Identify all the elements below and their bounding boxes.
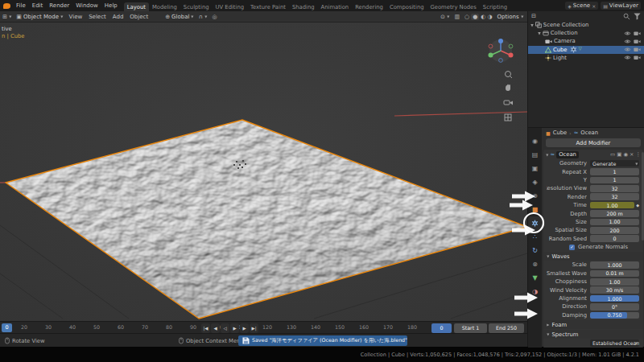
modifiers-tab[interactable] [528,216,542,230]
established-ocean-sharp-peaks--dropdown[interactable]: Established Ocean (Sharp Peaks)▼ [590,339,639,347]
add-modifier-button[interactable]: Add Modifier [546,138,641,147]
viewport-3d[interactable]: tive n | Cube [0,23,527,321]
checkbox-checked[interactable]: ✓ [569,245,575,250]
previous-keyframe-button[interactable]: ◀ [211,323,220,333]
workspace-tab-texture-paint[interactable]: Texture Paint [247,2,289,11]
workspace-tab-geometry-nodes[interactable]: Geometry Nodes [427,2,480,11]
time-field[interactable]: 1.00 [590,202,634,209]
outliner-row-camera[interactable]: Camera [528,37,644,45]
smallest-wave-field[interactable]: 0.01 m [590,270,639,278]
current-frame-field[interactable]: 0 [431,323,452,333]
snap-toggle[interactable]: ∩ ▼ [196,14,210,20]
filter-funnel-icon[interactable] [634,13,641,20]
workspace-tab-scripting[interactable]: Scripting [480,2,510,11]
xray-toggle[interactable]: ▥ [452,14,462,20]
object-tab[interactable]: ■ [528,203,542,216]
close-icon[interactable]: × [630,151,634,158]
workspace-tab-shading[interactable]: Shading [289,2,318,11]
disable-render-icon[interactable] [634,31,641,36]
menu-file[interactable]: File [13,2,29,9]
filter-funnel-icon[interactable] [634,13,641,20]
realtime-toggle-icon[interactable]: ▣ [617,151,621,158]
object-data-tab[interactable]: ▼ [528,271,542,285]
outliner-row-collection[interactable]: ▼Collection [528,29,644,37]
disable-render-icon[interactable] [634,47,641,52]
jump-to-start-button[interactable]: |◀ [201,323,210,333]
y-field[interactable]: 1 [590,177,639,184]
size-field[interactable]: 1.00 [590,219,639,226]
shading-solid-icon[interactable]: ● [471,14,479,20]
blender-logo-icon[interactable] [3,3,10,9]
orientation-selector[interactable]: ⊕ Global ▼ [163,14,196,20]
outliner-row-scene-collection[interactable]: ▼Scene Collection [528,21,644,29]
breadcrumb-object[interactable]: Cube [553,130,568,136]
keyframe-diamond-icon[interactable]: ◆ [636,203,639,208]
section-header-waves[interactable]: ▼Waves [543,252,643,261]
shading-material-preview-icon[interactable]: ◐ [481,14,485,20]
viewport-menu-object[interactable]: Object [126,14,151,20]
particles-tab[interactable]: ∴ [528,230,542,244]
depth-field[interactable]: 200 m [590,210,639,217]
breadcrumb-modifier[interactable]: Ocean [580,130,598,136]
viewport-menu-select[interactable]: Select [85,14,109,20]
choppiness-field[interactable]: 1.00 [590,278,639,286]
proportional-editing-toggle[interactable]: ◎ [209,14,219,20]
wind-velocity-field[interactable]: 30 m/s [590,286,639,294]
world-tab[interactable]: ⊕ [528,189,542,203]
options-menu[interactable]: Options ▼ [495,14,527,20]
hide-eye-icon[interactable] [624,55,631,60]
menu-window[interactable]: Window [72,2,101,9]
disable-render-icon[interactable] [634,39,641,44]
search-icon[interactable] [623,13,630,20]
render-field[interactable]: 32 [590,193,639,200]
jump-to-end-button[interactable]: ▶| [250,323,258,333]
section-header-spectrum[interactable]: ▼Spectrum [543,330,643,339]
viewport-menu-view[interactable]: View [66,14,86,20]
play-reverse-button[interactable]: ◁ [221,323,229,333]
frame-end-field[interactable]: End 250 [489,323,524,333]
output-tab[interactable]: ▤ [528,148,542,162]
outliner-editor-icon[interactable]: ⊟ [531,13,536,19]
workspace-tab-uv-editing[interactable]: UV Editing [213,2,247,11]
shading-rendered-icon[interactable]: ◑ [487,14,492,20]
viewport-menu-add[interactable]: Add [109,14,127,20]
constraints-tab[interactable]: ⊗ [528,257,542,271]
render-toggle-icon[interactable]: ◉ [623,151,628,158]
overlays-toggle[interactable]: ⊙ ▼ [438,14,452,20]
material-tab[interactable]: ◑ [528,285,542,298]
editor-type-selector[interactable]: ⊞ ▼ [0,14,14,20]
menu-render[interactable]: Render [46,2,72,9]
scene-unlink-icon[interactable]: × [592,3,596,9]
next-keyframe-button[interactable]: ▶ [240,323,249,333]
menu-help[interactable]: Help [101,2,121,9]
scene-tab[interactable]: ◈ [528,175,542,189]
resolution-view-field[interactable]: 32 [590,185,639,192]
section-header-foam[interactable]: ▶Foam [543,320,643,329]
disable-render-icon[interactable] [634,55,641,60]
frame-start-field[interactable]: Start 1 [454,323,487,333]
search-icon[interactable] [623,13,630,20]
shading-wireframe-icon[interactable]: ○ [464,14,469,20]
scene-selector[interactable]: ◈ Scene × [565,2,598,10]
workspace-tab-rendering[interactable]: Rendering [352,2,386,11]
workspace-tab-modeling[interactable]: Modeling [149,2,180,11]
alignment-slider[interactable]: 1.000 [590,295,639,302]
outliner-row-light[interactable]: Light [528,54,644,62]
random-seed-field[interactable]: 0 [590,235,639,242]
playhead-marker[interactable]: 0 [2,323,12,332]
expand-caret-icon[interactable]: ▼ [546,153,548,157]
workspace-tab-sculpting[interactable]: Sculpting [180,2,213,11]
menu-edit[interactable]: Edit [29,2,47,9]
spatial-size-field[interactable]: 200 [590,227,639,234]
viewlayer-selector[interactable]: ▤ ViewLayer [601,2,641,10]
render-tab[interactable]: ◉ [528,134,542,148]
modifier-name-field[interactable]: Ocean [556,151,579,158]
expand-caret-icon[interactable]: ▼ [530,23,533,27]
physics-tab[interactable]: ↻ [528,244,542,257]
outliner-row-cube[interactable]: Cube▽ [528,46,644,54]
expand-caret-icon[interactable]: ▼ [538,31,540,35]
extras-menu-icon[interactable]: ⋮ [636,151,642,158]
repeat-x-field[interactable]: 1 [590,168,639,175]
workspace-tab-compositing[interactable]: Compositing [386,2,427,11]
timeline[interactable]: 0 20304050607080901001101201301401501601… [0,321,527,333]
